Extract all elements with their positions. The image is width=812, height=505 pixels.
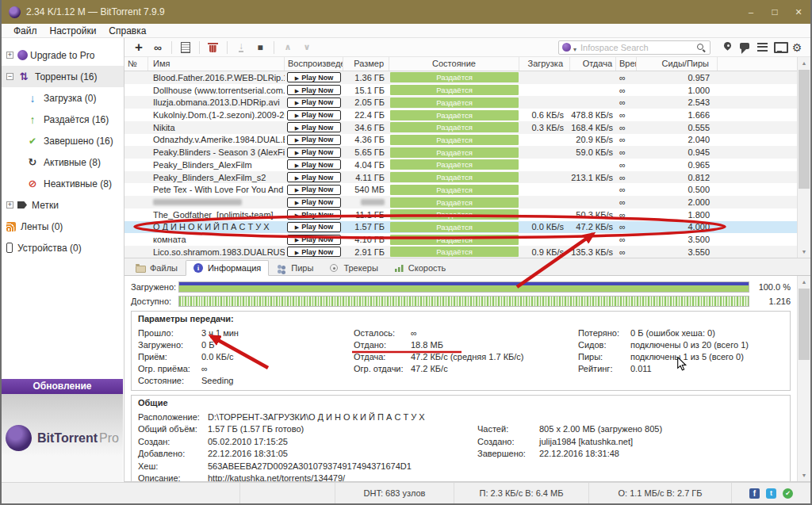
column-header[interactable]: Загрузка (519, 57, 570, 71)
chevron-down-icon[interactable] (573, 40, 576, 55)
scroll-up-icon[interactable] (798, 57, 810, 69)
table-row[interactable]: Dollhouse (www.torrentserial.com.ua) Pla… (124, 84, 797, 97)
settings-icon[interactable] (788, 40, 806, 55)
menu-item[interactable]: Справка (103, 25, 151, 36)
play-icon (295, 223, 301, 231)
table-row[interactable]: Peaky_Blinders_AlexFilm Play Now 4.04 ГБ… (124, 159, 797, 171)
stop-icon[interactable] (251, 40, 270, 55)
play-now-button[interactable]: Play Now (287, 222, 341, 232)
remove-torrent-icon[interactable] (204, 40, 223, 55)
sidebar-item-refresh[interactable]: Активные (8) (2, 151, 124, 173)
add-link-icon[interactable] (148, 40, 167, 55)
table-row[interactable]: Peaky.Blinders - Season 3 (AlexFilm) ...… (124, 146, 797, 159)
scroll-thumb[interactable] (799, 70, 810, 189)
play-now-button[interactable]: Play Now (287, 209, 341, 220)
maximize-icon[interactable] (763, 0, 787, 24)
table-row[interactable]: Lico.so.shramom.1983.DUALRUS.BDRi... Pla… (124, 246, 797, 258)
column-header[interactable]: Воспроизведе... (285, 57, 343, 71)
cell-play: Play Now (285, 159, 343, 170)
status-progress-bar: Раздаётся (390, 235, 519, 245)
expander-icon[interactable]: + (6, 201, 13, 209)
table-row[interactable]: Pete Tex - With Love For You And Me ... … (124, 183, 797, 196)
scroll-up-icon[interactable] (798, 276, 810, 288)
pin-icon[interactable] (718, 40, 736, 55)
sidebar-item-arrow-down[interactable]: Загрузка (0) (2, 87, 124, 109)
sidebar-item-device[interactable]: Устройства (0) (2, 237, 124, 258)
column-header[interactable]: Время (616, 57, 637, 71)
sidebar-item-arrow-up[interactable]: Раздаётся (16) (2, 109, 124, 130)
tab-peers[interactable]: Пиры (269, 260, 321, 276)
monitor-icon[interactable] (771, 40, 788, 55)
table-row[interactable]: Nikita Play Now 34.6 ГБ Раздаётся 0.3 КБ… (124, 121, 797, 134)
queue-up-icon[interactable] (278, 40, 297, 55)
column-header[interactable]: Сиды/Пиры (637, 57, 718, 71)
column-header[interactable]: № (124, 57, 148, 71)
twitter-icon[interactable] (766, 488, 776, 499)
create-torrent-icon[interactable] (176, 40, 195, 55)
menu-item[interactable]: Файл (8, 25, 43, 36)
play-now-button[interactable]: Play Now (287, 197, 341, 208)
sidebar-item-inactive[interactable]: Неактивные (8) (2, 173, 124, 194)
cell-status: Раздаётся (389, 247, 519, 257)
search-icon[interactable] (695, 42, 707, 53)
search-input[interactable] (579, 42, 693, 53)
table-scrollbar[interactable] (797, 57, 810, 258)
play-now-button[interactable]: Play Now (287, 185, 341, 195)
play-now-button[interactable]: Play Now (287, 172, 341, 182)
table-row[interactable]: Kukolniy.Dom.(1-2.sezoni).2009-2010... P… (124, 109, 797, 121)
update-button[interactable]: Обновление (2, 379, 123, 394)
menu-item[interactable]: Настройки (44, 25, 102, 36)
tab-label: Пиры (291, 263, 313, 273)
table-row[interactable]: комната Play Now 4.10 ГБ Раздаётся ∞ 3.5… (124, 233, 797, 246)
tab-info[interactable]: Информация (186, 260, 269, 276)
minimize-icon[interactable] (739, 0, 763, 24)
cell-seeds-peers: 0.957 (637, 73, 718, 82)
facebook-icon[interactable] (749, 488, 760, 499)
play-now-button[interactable]: Play Now (287, 72, 341, 82)
play-now-button[interactable]: Play Now (287, 135, 341, 145)
expander-icon[interactable]: − (6, 73, 13, 80)
table-row[interactable]: The_Godfather_[nolimits-team] Play Now 1… (124, 209, 797, 221)
play-now-button[interactable]: Play Now (287, 98, 341, 108)
table-row[interactable]: Peaky_Blinders_AlexFilm_s2 Play Now 4.11… (124, 171, 797, 184)
column-header[interactable]: Состояние (389, 57, 519, 71)
chat-icon[interactable] (736, 40, 753, 55)
play-now-button[interactable]: Play Now (287, 122, 341, 132)
column-header[interactable]: Имя (148, 57, 285, 71)
play-now-button[interactable]: Play Now (287, 159, 341, 170)
status-ok-icon[interactable] (783, 488, 793, 499)
play-now-button[interactable]: Play Now (287, 85, 341, 95)
info-field-value: Seeding (201, 376, 233, 385)
search-engine-icon[interactable] (562, 43, 571, 52)
sidebar-item-globe[interactable]: + Upgrade to Pro (2, 44, 124, 66)
status-progress-bar: Раздаётся (390, 209, 519, 220)
tab-folder[interactable]: Файлы (128, 260, 186, 276)
list-icon[interactable] (753, 40, 771, 55)
scroll-thumb[interactable] (799, 289, 810, 360)
info-scrollbar[interactable] (797, 276, 810, 481)
sidebar-item-torrents[interactable]: − Торренты (16) (2, 66, 124, 87)
tab-trackers[interactable]: Трекеры (321, 260, 385, 276)
tab-speed[interactable]: Скорость (386, 260, 454, 276)
table-row[interactable]: Iluzja.obmana.2013.D.HDRip.avi Play Now … (124, 96, 797, 109)
expander-icon[interactable]: + (6, 52, 13, 59)
play-now-button[interactable]: Play Now (287, 147, 341, 158)
start-download-icon[interactable] (232, 40, 251, 55)
close-icon[interactable] (787, 0, 810, 24)
table-row[interactable]: О Д И Н О К И Й П А С Т У Х Play Now 1.5… (124, 221, 797, 234)
play-now-button[interactable]: Play Now (287, 235, 341, 245)
queue-down-icon[interactable] (297, 40, 316, 55)
play-now-button[interactable]: Play Now (287, 110, 341, 121)
table-row[interactable]: Blood.Father.2016.P.WEB-DLRip.14O... Pla… (124, 71, 797, 84)
column-header[interactable]: Размер (343, 57, 389, 71)
add-torrent-icon[interactable] (129, 40, 148, 55)
play-now-button[interactable]: Play Now (287, 247, 341, 257)
available-label: Доступно: (131, 296, 178, 306)
column-header[interactable]: Отдача (570, 57, 616, 71)
table-row[interactable]: Play Now Раздаётся ∞ 2.000 (124, 196, 797, 209)
table-row[interactable]: Odnazhdy.v.Amerike.1984.DUAL.BDRi... Pla… (124, 134, 797, 147)
sidebar-item-tag[interactable]: + Метки (2, 194, 124, 216)
sidebar-item-rss[interactable]: Ленты (0) (2, 216, 124, 237)
cell-name: The_Godfather_[nolimits-team] (148, 210, 285, 220)
sidebar-item-check[interactable]: Завершено (16) (2, 130, 124, 151)
